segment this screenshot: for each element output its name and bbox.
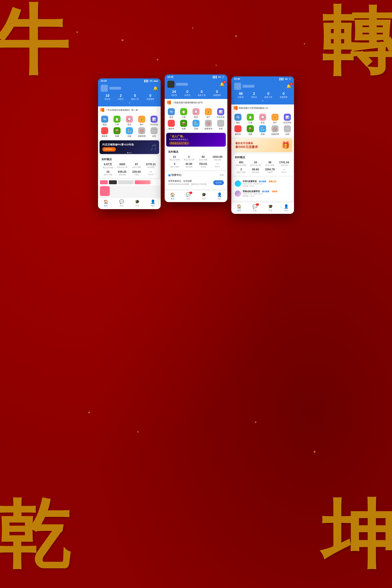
bottom-nav-center: 🏠 首页 💬 22 消息 🎓 学堂 👤 我的 (165, 190, 227, 202)
confetti (304, 43, 305, 44)
nav-home-icon-center: 🏠 (170, 192, 175, 197)
metric-clicks-left: 3505 商品点击人数 (116, 163, 128, 169)
task-btn-center[interactable]: 去完成 (213, 180, 224, 185)
nav-mine-right[interactable]: 👤 我的 (284, 204, 289, 212)
menu-item-service-right[interactable]: ❗ 服务单 (232, 125, 244, 136)
tiktok-logo-left: 🎵 (150, 144, 157, 151)
menu-item-asset-center[interactable]: 💰 资产 (203, 108, 214, 118)
menu-item-goods-left[interactable]: 🛍 商品 (99, 116, 110, 126)
metric-val-0-right: 491 (235, 161, 248, 164)
task-all-center[interactable]: 全部 (220, 174, 224, 176)
metric-val-2-left: 87 (130, 163, 143, 166)
menu-item-aftersale-center[interactable]: 💬 售后 (190, 108, 202, 118)
task-header-center: ▣ 任务中心 全部 (168, 173, 224, 177)
menu-icon-all-center: ⋯ (217, 120, 224, 127)
stat-lbl-0-left: 待发货 (104, 98, 110, 100)
header-top-right: 🔔 15 (234, 83, 291, 90)
menu-item-all-center[interactable]: ⋯ 全部 (215, 120, 226, 130)
menu-icon-aftersale-center: 💬 (192, 108, 200, 115)
menu-item-goods-center[interactable]: 🛍 商品 (166, 108, 177, 118)
nav-study-right[interactable]: 🎓 学堂 (268, 204, 273, 212)
banner-left[interactable]: 抖店店铺装修PK赛·618专场 立即报名 > 🎵 (100, 140, 159, 154)
menu-item-asset-right[interactable]: 💰 资产 (269, 114, 280, 124)
live-badge-1-right: 累计观看 (258, 180, 267, 183)
nav-mine-left[interactable]: 👤 我的 (150, 199, 156, 207)
bell-left[interactable]: 🔔 (153, 86, 158, 90)
banner-center[interactable]: 「达人广场」 为您精准匹配带货达人 即刻进入达人广场 > (166, 133, 226, 146)
menu-item-aftersale-right[interactable]: 💬 售后 (257, 114, 268, 124)
live-avatar-2-right (235, 190, 241, 197)
nav-home-icon-right: 🏠 (237, 204, 242, 209)
menu-item-goods-right[interactable]: 🛍 商品 (232, 114, 244, 124)
stat-num-2-center: 0 (198, 90, 206, 94)
menu-item-luopan-left[interactable]: 📊 抖店罗盘 (148, 116, 160, 126)
nav-home-center[interactable]: 🏠 首页 (170, 192, 175, 200)
menu-item-package-right[interactable]: 📦 包裹 (245, 125, 256, 136)
menu-item-store-right[interactable]: 🏪 店铺 (257, 125, 268, 136)
notice-right[interactable]: 公告 商家违规行为管理规则解读 (3) › (231, 104, 294, 112)
stat-num-3-left: 0 (146, 94, 154, 98)
color-bars-left (98, 179, 161, 186)
nav-home-left[interactable]: 🏠 首页 (104, 199, 108, 207)
stat-lbl-2-right: 服务工单 (264, 96, 272, 98)
menu-item-asset-left[interactable]: 💰 资产 (136, 116, 147, 126)
menu-item-aftersale-left[interactable]: 💬 售后 (124, 116, 135, 126)
menu-item-store-left[interactable]: 🏪 店铺 (124, 127, 135, 138)
notice-arrow-left: › (158, 109, 158, 111)
color-bar-gray-left (118, 180, 134, 184)
battery-right: ⚡ (288, 78, 291, 80)
menu-item-luopan-right[interactable]: 📊 抖店罗盘 (282, 114, 293, 124)
bell-center[interactable]: 🔔 28 (220, 82, 224, 87)
confetti (235, 35, 237, 37)
bell-right[interactable]: 🔔 15 (286, 84, 291, 88)
nav-home-right[interactable]: 🏠 首页 (237, 204, 242, 212)
metric-rval-0-right: 2 (235, 168, 248, 171)
banner-btn-left[interactable]: 立即报名 > (102, 147, 116, 152)
menu-item-violation-left[interactable]: 🚫 违规管理 (136, 127, 147, 138)
banner-btn-center[interactable]: 即刻进入达人广场 > (169, 142, 190, 145)
nav-mine-center[interactable]: 👤 我的 (217, 192, 222, 200)
nav-home-lbl-center: 首页 (170, 197, 174, 200)
menu-item-violation-right[interactable]: 🚫 违规管理 (269, 125, 280, 136)
metric-val-3-right: 1741.24 (278, 161, 290, 164)
task-icon-center: ▣ (168, 174, 170, 176)
menu-item-package-center[interactable]: 📦 包裹 (178, 120, 189, 130)
live-item-1-right[interactable]: 华哥5直播带货 累计观看 招商人员 05/28 19:02 - 05/28 21… (235, 179, 290, 189)
battery-left: ▰▰▰ (153, 80, 158, 82)
menu-item-all-right[interactable]: ⋯ 全部 (282, 125, 293, 136)
menu-item-service-left[interactable]: ❗ 服务单 (99, 127, 110, 138)
invite-decoration-right: 🎁 (281, 141, 290, 149)
menu-icon-package-right: 📦 (247, 125, 254, 132)
menu-item-all-left[interactable]: ⋯ 全部 (148, 127, 160, 138)
metrics-row2-right: 2 退款订单数 99.60 退款金额 1554.76 可提现 ··· 自定义 (235, 168, 290, 174)
live-item-2-right[interactable]: 胖脸说机直播带货 累计观看 招待员 05/28 17:01 - 05/28 19… (235, 189, 290, 199)
menu-icon-service-right: ❗ (234, 125, 242, 132)
menu-item-order-left[interactable]: 📋 订单 (112, 116, 123, 126)
avatar-name-right (243, 85, 254, 88)
expand-right[interactable]: ∨ (234, 99, 291, 102)
nav-msg-left[interactable]: 💬 消息 (119, 199, 124, 207)
bell-badge-right: 15 (289, 83, 293, 85)
nav-msg-right[interactable]: 💬 12 消息 (252, 204, 257, 212)
menu-item-package-left[interactable]: 📦 包裹 (112, 127, 123, 138)
menu-item-order-right[interactable]: 📋 订单 (245, 114, 256, 124)
nav-study-left[interactable]: 🎓 学堂 (135, 199, 140, 207)
notice-arrow-right: › (291, 107, 292, 109)
metric-rval-0-center: 4 (168, 162, 181, 166)
network-left: 4G (150, 80, 152, 82)
stat-lbl-2-center: 服务工单 (198, 94, 206, 96)
nav-msg-center[interactable]: 💬 22 消息 (186, 192, 191, 200)
notice-left[interactable]: 公告 《平台营销活动基础规则》第二课 › (98, 106, 161, 114)
banner-right[interactable]: 邀好友开店最高 拿5000元流量券 🎁 (233, 138, 292, 152)
notice-center[interactable]: 公告 《高频违规问题规则解读白皮书》 › (165, 99, 227, 106)
menu-item-luopan-center[interactable]: 📊 抖店罗盘 (215, 108, 226, 118)
menu-item-store-center[interactable]: 🏪 店铺 (190, 120, 202, 130)
stat-after-sale-left: 2 待售后 (118, 94, 124, 100)
menu-item-service-center[interactable]: ❗ 服务单 (166, 120, 177, 130)
menu-item-order-center[interactable]: 📋 订单 (178, 108, 189, 118)
menu-item-violation-center[interactable]: 🚫 违规管理 (203, 120, 214, 130)
metric-rval-2-right: 1554.76 (264, 168, 276, 171)
stat-lbl-3-center: 违规预警 (213, 94, 221, 96)
expand-left[interactable]: ∨ (101, 101, 158, 104)
nav-study-center[interactable]: 🎓 学堂 (202, 192, 206, 200)
